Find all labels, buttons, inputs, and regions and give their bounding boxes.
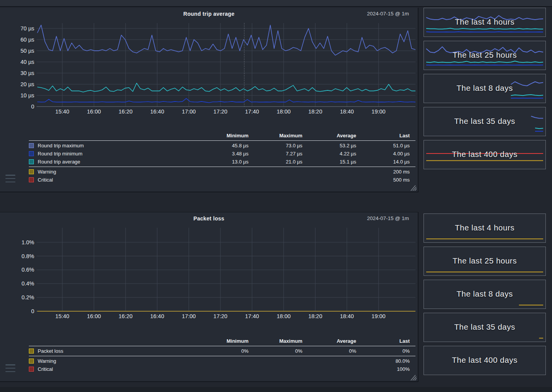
thumbnail-label: The last 8 days [424,289,545,299]
y-axis-label: 30 µs [20,70,34,76]
legend-divider [29,140,415,141]
thumbnail-the-last-35-days[interactable]: The last 35 days [424,107,546,136]
legend-label: Round trip average [38,159,80,165]
legend-value-last: 4.00 µs [362,151,415,157]
legend-row-critical[interactable]: Critical 100% [29,365,415,373]
round-trip-chart[interactable]: 70 µs60 µs50 µs40 µs30 µs20 µs10 µs015:4… [0,19,419,117]
round-trip-legend: Minimum Maximum Average Last Round trip … [29,131,415,184]
y-axis-label: 0.8% [22,253,34,259]
legend-value-average: 53.2 µs [308,143,362,148]
legend-header-average: Average [308,338,362,344]
panel-gap [0,192,419,212]
x-axis-label: 17:20 [213,313,227,319]
x-axis-label: 16:20 [118,108,132,115]
legend-row-packet-loss[interactable]: Packet loss 0% 0% 0% 0% [29,347,415,355]
legend-row-round-trip-maximum[interactable]: Round trip maximum 45.8 µs 73.0 µs 53.2 … [29,142,415,150]
x-axis-label: 15:40 [55,313,69,319]
legend-value-average: 4.22 µs [308,151,362,157]
legend-value-average: 0% [308,348,362,354]
legend-value-minimum: 13.0 µs [197,159,254,165]
legend-value-maximum: 7.27 µs [254,151,308,157]
y-axis-label: 60 µs [20,37,34,43]
legend-label: Round trip minimum [38,151,82,157]
x-axis-labels: 15:4016:0016:2016:4017:0017:2017:4018:00… [55,313,385,319]
legend-value-maximum: 0% [254,348,308,354]
packet-loss-panel: Packet loss 2024-07-15 @ 1m 1.0%0.8%0.6%… [0,212,419,382]
legend-row-warning[interactable]: Warning 80.0% [29,357,415,365]
thumbnail-the-last-35-days[interactable]: The last 35 days [424,313,546,342]
x-axis-label: 19:00 [372,313,385,319]
legend-value-last: 14.0 µs [362,159,415,165]
legend-value-maximum: 21.0 µs [254,159,308,165]
packet-loss-legend: Minimum Maximum Average Last Packet loss… [29,337,415,373]
legend-label: Critical [38,366,53,372]
chart-timestamp: 2024-07-15 @ 1m [367,215,409,221]
legend-value-minimum: 45.8 µs [197,143,254,148]
x-axis-label: 16:20 [118,313,132,319]
thumbnail-the-last-400-days[interactable]: The last 400 days [424,346,546,375]
legend-value-last: 500 ms [362,177,415,183]
thumbnail-the-last-400-days[interactable]: The last 400 days [424,140,546,169]
y-axis-label: 0.4% [22,280,34,287]
legend-value-average: 15.1 µs [308,159,362,165]
thumbnail-the-last-4-hours[interactable]: The last 4 hours [424,214,546,243]
thumbnail-label: The last 4 hours [424,223,545,232]
legend-header-last: Last [362,338,415,344]
sidebar-group-spacer [419,173,552,214]
thumbnail-label: The last 35 days [424,322,545,332]
chart-title: Round trip average [0,11,418,17]
sparkline-series [535,128,543,128]
x-axis-label: 18:20 [308,108,322,115]
legend-row-critical[interactable]: Critical 500 ms [29,176,415,184]
legend-value-last: 51.0 µs [362,143,415,148]
legend-header-minimum: Minimum [197,338,254,344]
sparkline-series [426,61,543,63]
top-bar [0,0,552,7]
x-axis-label: 18:20 [308,313,322,319]
legend-row-round-trip-average[interactable]: Round trip average 13.0 µs 21.0 µs 15.1 … [29,158,415,166]
packet-loss-previews-group: The last 4 hoursThe last 25 hoursThe las… [419,214,552,375]
gridlines [37,23,415,107]
legend-swatch [29,359,34,364]
legend-header-last: Last [362,133,415,138]
legend-value-minimum: 0% [197,348,254,354]
legend-value-last: 100% [362,366,415,372]
legend-swatch [29,349,34,354]
resize-handle-icon[interactable] [410,185,417,191]
thumbnail-label: The last 4 hours [424,17,545,27]
thumbnail-the-last-8-days[interactable]: The last 8 days [424,280,546,309]
legend-value-minimum: 3.48 µs [197,151,254,157]
legend-label: Warning [38,358,56,364]
thumbnail-the-last-4-hours[interactable]: The last 4 hours [424,8,546,37]
resize-handle-icon[interactable] [410,375,417,380]
y-axis-label: 1.0% [22,239,34,245]
sparkline-series [426,28,543,29]
thumbnail-label: The last 35 days [424,117,545,126]
legend-header-average: Average [308,133,362,138]
legend-label: Packet loss [38,348,63,354]
legend-row-round-trip-minimum[interactable]: Round trip minimum 3.48 µs 7.27 µs 4.22 … [29,150,415,158]
legend-header-row: Minimum Maximum Average Last [29,337,415,345]
x-axis-label: 16:00 [87,108,101,115]
legend-divider [29,356,415,356]
legend-divider [29,346,415,346]
gridlines [37,228,415,311]
legend-header-row: Minimum Maximum Average Last [29,131,415,140]
thumbnail-the-last-25-hours[interactable]: The last 25 hours [424,247,546,276]
packet-loss-title-row: Packet loss 2024-07-15 @ 1m [0,212,418,224]
legend-header-maximum: Maximum [254,133,308,138]
y-axis-label: 0 [31,308,34,314]
y-axis-label: 20 µs [20,81,34,87]
legend-label: Critical [38,177,53,183]
thumbnail-the-last-25-hours[interactable]: The last 25 hours [424,41,546,70]
thumbnail-the-last-8-days[interactable]: The last 8 days [424,74,546,103]
x-axis-label: 16:40 [150,313,164,319]
chart-title: Packet loss [0,215,418,222]
y-axis-label: 0.2% [22,294,34,300]
drag-handle-icon[interactable] [5,175,15,182]
packet-loss-chart[interactable]: 1.0%0.8%0.6%0.4%0.2%015:4016:0016:2016:4… [0,224,419,322]
thumbnail-label: The last 25 hours [424,50,545,60]
x-axis-label: 18:40 [340,313,354,319]
drag-handle-icon[interactable] [5,364,15,372]
legend-row-warning[interactable]: Warning 200 ms [29,168,415,176]
